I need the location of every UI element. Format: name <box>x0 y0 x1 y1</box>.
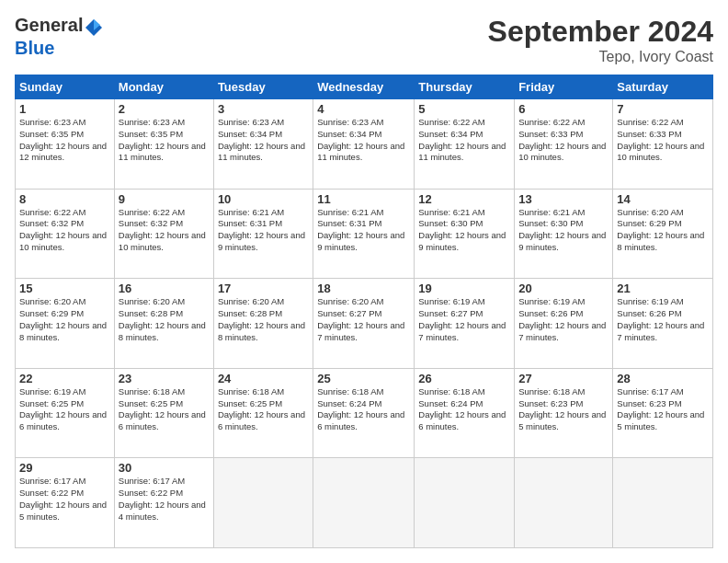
day-number: 21 <box>617 282 709 295</box>
weekday-header-monday: Monday <box>114 75 213 99</box>
day-detail: Sunrise: 6:21 AMSunset: 6:30 PMDaylight:… <box>418 207 510 254</box>
calendar-cell: 23Sunrise: 6:18 AMSunset: 6:25 PMDayligh… <box>114 368 213 458</box>
day-number: 17 <box>218 282 309 295</box>
calendar-cell: 6Sunrise: 6:22 AMSunset: 6:33 PMDaylight… <box>515 99 613 190</box>
logo-blue: Blue <box>15 38 54 58</box>
day-detail: Sunrise: 6:18 AMSunset: 6:24 PMDaylight:… <box>317 386 410 433</box>
calendar-cell: 29Sunrise: 6:17 AMSunset: 6:22 PMDayligh… <box>16 458 115 548</box>
calendar-cell: 14Sunrise: 6:20 AMSunset: 6:29 PMDayligh… <box>613 189 713 279</box>
weekday-header-wednesday: Wednesday <box>313 75 415 99</box>
day-number: 8 <box>19 192 110 206</box>
calendar-cell: 22Sunrise: 6:19 AMSunset: 6:25 PMDayligh… <box>16 368 115 458</box>
day-number: 30 <box>119 461 210 475</box>
day-detail: Sunrise: 6:17 AMSunset: 6:22 PMDaylight:… <box>119 476 210 523</box>
calendar-week-5: 29Sunrise: 6:17 AMSunset: 6:22 PMDayligh… <box>16 458 713 548</box>
day-detail: Sunrise: 6:21 AMSunset: 6:30 PMDaylight:… <box>518 207 609 254</box>
calendar-cell: 25Sunrise: 6:18 AMSunset: 6:24 PMDayligh… <box>313 368 415 458</box>
day-detail: Sunrise: 6:18 AMSunset: 6:23 PMDaylight:… <box>518 386 609 433</box>
day-number: 28 <box>617 372 709 385</box>
day-number: 10 <box>218 192 309 206</box>
calendar-cell: 9Sunrise: 6:22 AMSunset: 6:32 PMDaylight… <box>114 189 213 279</box>
day-number: 20 <box>518 282 609 295</box>
day-detail: Sunrise: 6:22 AMSunset: 6:32 PMDaylight:… <box>19 207 110 254</box>
calendar-cell: 15Sunrise: 6:20 AMSunset: 6:29 PMDayligh… <box>16 279 115 369</box>
calendar-cell <box>515 458 613 548</box>
day-number: 1 <box>19 102 110 116</box>
day-number: 2 <box>119 102 210 116</box>
calendar-cell: 26Sunrise: 6:18 AMSunset: 6:24 PMDayligh… <box>415 368 515 458</box>
day-number: 13 <box>518 192 609 206</box>
day-number: 29 <box>19 461 110 475</box>
logo: General Blue <box>15 15 105 59</box>
calendar-week-3: 15Sunrise: 6:20 AMSunset: 6:29 PMDayligh… <box>16 279 713 369</box>
day-detail: Sunrise: 6:20 AMSunset: 6:28 PMDaylight:… <box>218 296 309 343</box>
day-detail: Sunrise: 6:20 AMSunset: 6:27 PMDaylight:… <box>317 296 410 343</box>
day-detail: Sunrise: 6:23 AMSunset: 6:34 PMDaylight:… <box>317 117 410 164</box>
weekday-header-thursday: Thursday <box>415 75 515 99</box>
calendar-cell: 30Sunrise: 6:17 AMSunset: 6:22 PMDayligh… <box>114 458 213 548</box>
calendar-cell: 17Sunrise: 6:20 AMSunset: 6:28 PMDayligh… <box>213 279 313 369</box>
day-detail: Sunrise: 6:17 AMSunset: 6:23 PMDaylight:… <box>617 386 709 433</box>
day-number: 3 <box>218 102 309 116</box>
day-detail: Sunrise: 6:22 AMSunset: 6:33 PMDaylight:… <box>518 117 609 164</box>
calendar-cell: 12Sunrise: 6:21 AMSunset: 6:30 PMDayligh… <box>415 189 515 279</box>
calendar-week-1: 1Sunrise: 6:23 AMSunset: 6:35 PMDaylight… <box>16 99 713 190</box>
day-number: 14 <box>617 192 709 206</box>
day-detail: Sunrise: 6:19 AMSunset: 6:26 PMDaylight:… <box>617 296 709 343</box>
page: General Blue September 2024 Tepo, Ivory … <box>0 0 728 563</box>
day-number: 24 <box>218 372 309 385</box>
calendar-cell: 19Sunrise: 6:19 AMSunset: 6:27 PMDayligh… <box>415 279 515 369</box>
calendar-cell: 21Sunrise: 6:19 AMSunset: 6:26 PMDayligh… <box>613 279 713 369</box>
calendar-cell: 7Sunrise: 6:22 AMSunset: 6:33 PMDaylight… <box>613 99 713 190</box>
day-number: 4 <box>317 102 410 116</box>
day-number: 16 <box>119 282 210 295</box>
day-detail: Sunrise: 6:21 AMSunset: 6:31 PMDaylight:… <box>317 207 410 254</box>
day-detail: Sunrise: 6:20 AMSunset: 6:29 PMDaylight:… <box>19 296 110 343</box>
day-detail: Sunrise: 6:22 AMSunset: 6:33 PMDaylight:… <box>617 117 709 164</box>
calendar-cell: 16Sunrise: 6:20 AMSunset: 6:28 PMDayligh… <box>114 279 213 369</box>
day-number: 19 <box>418 282 510 295</box>
weekday-header-friday: Friday <box>515 75 613 99</box>
calendar-cell: 2Sunrise: 6:23 AMSunset: 6:35 PMDaylight… <box>114 99 213 190</box>
day-number: 23 <box>119 372 210 385</box>
day-detail: Sunrise: 6:22 AMSunset: 6:32 PMDaylight:… <box>119 207 210 254</box>
day-detail: Sunrise: 6:18 AMSunset: 6:25 PMDaylight:… <box>218 386 309 433</box>
day-detail: Sunrise: 6:17 AMSunset: 6:22 PMDaylight:… <box>19 476 110 523</box>
day-number: 26 <box>418 372 510 385</box>
month-title: September 2024 <box>488 15 713 49</box>
day-number: 12 <box>418 192 510 206</box>
day-detail: Sunrise: 6:23 AMSunset: 6:35 PMDaylight:… <box>119 117 210 164</box>
calendar-cell: 3Sunrise: 6:23 AMSunset: 6:34 PMDaylight… <box>213 99 313 190</box>
day-detail: Sunrise: 6:18 AMSunset: 6:24 PMDaylight:… <box>418 386 510 433</box>
day-detail: Sunrise: 6:22 AMSunset: 6:34 PMDaylight:… <box>418 117 510 164</box>
calendar-table: SundayMondayTuesdayWednesdayThursdayFrid… <box>15 75 713 548</box>
calendar-cell <box>313 458 415 548</box>
day-detail: Sunrise: 6:23 AMSunset: 6:34 PMDaylight:… <box>218 117 309 164</box>
day-detail: Sunrise: 6:23 AMSunset: 6:35 PMDaylight:… <box>19 117 110 164</box>
day-number: 18 <box>317 282 410 295</box>
day-number: 6 <box>518 102 609 116</box>
calendar-cell: 18Sunrise: 6:20 AMSunset: 6:27 PMDayligh… <box>313 279 415 369</box>
day-detail: Sunrise: 6:21 AMSunset: 6:31 PMDaylight:… <box>218 207 309 254</box>
day-detail: Sunrise: 6:20 AMSunset: 6:29 PMDaylight:… <box>617 207 709 254</box>
day-number: 15 <box>19 282 110 295</box>
calendar-cell: 11Sunrise: 6:21 AMSunset: 6:31 PMDayligh… <box>313 189 415 279</box>
day-number: 7 <box>617 102 709 116</box>
day-number: 5 <box>418 102 510 116</box>
day-number: 27 <box>518 372 609 385</box>
weekday-header-row: SundayMondayTuesdayWednesdayThursdayFrid… <box>16 75 713 99</box>
calendar-week-2: 8Sunrise: 6:22 AMSunset: 6:32 PMDaylight… <box>16 189 713 279</box>
calendar-cell: 1Sunrise: 6:23 AMSunset: 6:35 PMDaylight… <box>16 99 115 190</box>
calendar-cell: 4Sunrise: 6:23 AMSunset: 6:34 PMDaylight… <box>313 99 415 190</box>
calendar-cell: 13Sunrise: 6:21 AMSunset: 6:30 PMDayligh… <box>515 189 613 279</box>
calendar-cell <box>213 458 313 548</box>
calendar-cell: 27Sunrise: 6:18 AMSunset: 6:23 PMDayligh… <box>515 368 613 458</box>
calendar-cell: 8Sunrise: 6:22 AMSunset: 6:32 PMDaylight… <box>16 189 115 279</box>
day-detail: Sunrise: 6:18 AMSunset: 6:25 PMDaylight:… <box>119 386 210 433</box>
day-number: 9 <box>119 192 210 206</box>
logo-text: General Blue <box>15 15 105 59</box>
logo-icon <box>84 17 104 38</box>
location-title: Tepo, Ivory Coast <box>488 49 713 65</box>
calendar-cell: 28Sunrise: 6:17 AMSunset: 6:23 PMDayligh… <box>613 368 713 458</box>
weekday-header-sunday: Sunday <box>16 75 115 99</box>
